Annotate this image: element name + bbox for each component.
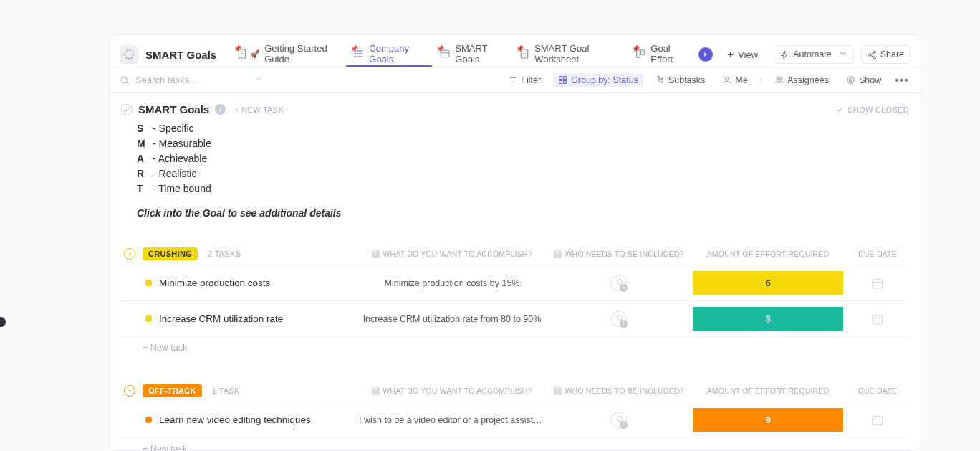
more-menu-button[interactable]: ••• [893, 74, 911, 87]
assignees-label: Assignees [787, 75, 829, 85]
assignees-button[interactable]: Assignees [769, 73, 834, 87]
svg-point-39 [847, 77, 855, 84]
left-edge-indicator [0, 317, 6, 327]
smart-word: - Achievable [153, 153, 207, 164]
calendar-icon[interactable] [871, 414, 884, 427]
show-button[interactable]: Show [841, 73, 886, 87]
task-status-dot[interactable] [145, 417, 152, 423]
svg-point-20 [868, 53, 870, 55]
status-pill[interactable]: OFF-TRACK [143, 384, 202, 397]
task-accomplish: I wish to be a video editor or a project… [359, 415, 545, 425]
group-by-button[interactable]: Group by: Status [553, 73, 643, 87]
chevron-down-icon[interactable] [254, 75, 263, 85]
add-view-button[interactable]: View [720, 49, 764, 60]
svg-point-24 [121, 77, 127, 82]
board-icon: 📌 [635, 48, 646, 60]
tab-label: SMART Goal Worksheet [534, 43, 620, 65]
column-header-effort: AMOUNT OF EFFORT REQUIRED [693, 250, 843, 258]
tab-smart-goals[interactable]: 📌 SMART Goals [432, 42, 511, 67]
smart-word: - Measurable [153, 138, 211, 149]
svg-rect-45 [873, 315, 883, 323]
text-field-icon [372, 387, 380, 395]
status-circle-icon[interactable] [121, 104, 133, 115]
board-icon: 📌 [439, 48, 451, 60]
pin-icon: 📌 [234, 45, 241, 52]
me-button[interactable]: Me [717, 73, 752, 87]
column-header-due: DUE DATE [849, 386, 906, 395]
status-group: CRUSHING 2 TASKS WHAT DO YOU WANT TO ACC… [121, 247, 909, 356]
subtasks-button[interactable]: Subtasks [650, 73, 710, 87]
task-due-cell [849, 313, 906, 326]
task-count: 2 TASKS [208, 250, 241, 258]
svg-point-38 [780, 77, 782, 80]
show-closed-label: SHOW CLOSED [847, 105, 909, 114]
show-closed-button[interactable]: SHOW CLOSED [835, 105, 909, 114]
task-status-dot[interactable] [145, 315, 152, 322]
group-by-label: Group by: Status [571, 75, 638, 85]
status-group: OFF-TRACK 1 TASK WHAT DO YOU WANT TO ACC… [121, 384, 909, 450]
group-collapse-toggle[interactable] [124, 248, 135, 260]
column-header-accomplish: WHAT DO YOU WANT TO ACCOMPLISH? [359, 386, 545, 395]
calendar-icon[interactable] [871, 277, 884, 290]
smart-letter: T [137, 183, 148, 194]
svg-rect-31 [559, 81, 562, 84]
more-tabs-button[interactable] [698, 47, 713, 62]
group-collapse-toggle[interactable] [124, 385, 135, 397]
tab-goal-effort[interactable]: 📌 Goal Effort [628, 42, 694, 67]
pin-icon: 📌 [350, 45, 358, 52]
task-effort[interactable]: 3 [693, 307, 843, 331]
search-input[interactable] [135, 75, 236, 85]
tab-smart-worksheet[interactable]: 📌 SMART Goal Worksheet [511, 42, 628, 67]
task-row[interactable]: Increase CRM utilization rate Increase C… [121, 301, 909, 336]
show-label: Show [859, 75, 881, 85]
task-due-cell [849, 277, 906, 290]
task-status-dot[interactable] [145, 280, 152, 286]
new-task-button[interactable]: + NEW TASK [234, 105, 284, 114]
task-name-cell: Learn new video editing techniques [124, 414, 353, 425]
pin-icon: 📌 [436, 45, 444, 52]
text-field-icon [554, 250, 562, 258]
smart-letter: R [137, 168, 148, 179]
info-icon[interactable]: i [215, 104, 226, 115]
task-row[interactable]: Minimize production costs Minimize produ… [121, 265, 909, 301]
add-assignee-button[interactable] [611, 311, 627, 327]
list-view-icon: 📌 [353, 48, 365, 60]
main-panel: SMART Goals 📌 🚀 Getting Started Guide 📌 [109, 34, 921, 451]
automate-button[interactable]: Automate [774, 45, 854, 64]
list-heading-title: SMART Goals [138, 103, 209, 115]
task-name: Learn new video editing techniques [159, 414, 311, 425]
svg-rect-49 [873, 416, 883, 424]
task-row[interactable]: Learn new video editing techniques I wis… [121, 402, 909, 437]
task-effort[interactable]: 9 [693, 408, 843, 432]
smart-definitions: S- SpecificM- MeasurableA- AchievableR- … [137, 123, 909, 194]
task-name-cell: Increase CRM utilization rate [124, 313, 353, 324]
new-task-inline-button[interactable]: + New task [121, 337, 909, 356]
tab-label: Company Goals [369, 43, 425, 65]
tab-company-goals[interactable]: 📌 Company Goals [346, 42, 432, 67]
toolbar: Filter Group by: Status Subtasks Me • As… [110, 67, 921, 93]
search-icon [120, 75, 130, 85]
new-task-inline-button[interactable]: + New task [121, 438, 909, 450]
svg-rect-30 [564, 77, 567, 80]
add-assignee-button[interactable] [611, 275, 627, 291]
smart-word: - Time bound [153, 183, 211, 194]
svg-point-34 [661, 78, 663, 80]
group-header: OFF-TRACK 1 TASK WHAT DO YOU WANT TO ACC… [121, 384, 909, 397]
list-icon [120, 45, 138, 64]
svg-point-37 [777, 77, 779, 80]
add-assignee-button[interactable] [611, 412, 627, 428]
svg-point-36 [726, 77, 729, 80]
share-button[interactable]: Share [861, 45, 911, 64]
status-pill[interactable]: CRUSHING [143, 247, 198, 260]
column-header-included: WHO NEEDS TO BE INCLUDED? [551, 250, 687, 258]
pin-icon: 📌 [632, 45, 640, 52]
task-name: Minimize production costs [159, 277, 270, 288]
tab-label: Goal Effort [650, 43, 687, 65]
tabs: 📌 🚀 Getting Started Guide 📌 Company Goal… [229, 42, 694, 67]
task-effort[interactable]: 6 [693, 271, 843, 295]
tab-getting-started[interactable]: 📌 🚀 Getting Started Guide [229, 42, 346, 67]
svg-line-22 [870, 52, 873, 54]
svg-rect-16 [641, 50, 645, 55]
calendar-icon[interactable] [871, 313, 884, 326]
filter-button[interactable]: Filter [503, 73, 546, 87]
